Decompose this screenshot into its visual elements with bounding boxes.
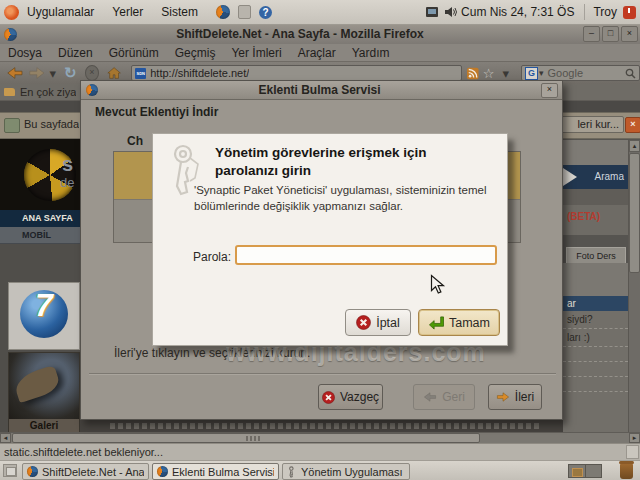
workspace-window-outline — [572, 468, 583, 477]
plugin-dialog-close-icon[interactable]: × — [541, 83, 558, 98]
vazgec-button[interactable]: Vazgeç — [318, 384, 383, 410]
page-right-light-block — [563, 263, 628, 296]
panel-menu-places[interactable]: Yerler — [112, 5, 143, 19]
workspace-1[interactable] — [569, 465, 586, 477]
display-applet-icon[interactable] — [426, 7, 438, 17]
engine-dropdown-icon[interactable]: ▾ — [539, 68, 544, 78]
vertical-scrollbar[interactable]: ▴ — [628, 140, 640, 432]
workspace-2[interactable] — [586, 465, 602, 477]
menu-duzen[interactable]: Düzen — [58, 46, 93, 60]
next-arrow-icon — [496, 392, 510, 402]
power-icon[interactable] — [623, 6, 636, 19]
google-engine-icon[interactable]: G — [525, 67, 538, 80]
vertical-scroll-thumb[interactable] — [629, 153, 640, 273]
iptal-button[interactable]: İptal — [345, 309, 411, 336]
plugin-dialog-titlebar[interactable]: Eklenti Bulma Servisi × — [81, 81, 562, 100]
window-title: ShiftDelete.Net - Ana Sayfa - Mozilla Fi… — [17, 27, 583, 41]
close-button[interactable]: × — [621, 26, 638, 42]
poll-item-empty — [563, 362, 628, 377]
tamam-button[interactable]: Tamam — [418, 309, 500, 336]
url-dropdown-icon[interactable]: ▾ — [503, 66, 510, 81]
volume-icon[interactable] — [444, 6, 457, 18]
history-dropdown-icon[interactable]: ▾ — [50, 66, 57, 81]
maximize-button[interactable]: □ — [602, 26, 619, 42]
menu-yer-imleri[interactable]: Yer İmleri — [231, 46, 281, 60]
gallery-caption: Galeri — [9, 419, 79, 433]
resize-grip[interactable] — [626, 445, 639, 459]
help-icon[interactable]: ? — [259, 6, 272, 19]
back-button[interactable] — [6, 66, 24, 80]
workspace-switcher[interactable] — [568, 464, 602, 478]
mouse-cursor — [430, 274, 446, 296]
poll-list: siydi? ları :) — [563, 311, 628, 432]
ok-enter-icon — [428, 315, 444, 330]
taskbar-item-shiftdelete[interactable]: ShiftDelete.Net - Ana ... — [22, 463, 149, 480]
firefox-launcher-icon[interactable] — [216, 5, 230, 19]
site-favicon: SDN — [135, 68, 146, 79]
firefox-window-icon — [4, 28, 17, 41]
back-arrow-icon — [423, 392, 437, 402]
bookmark-star-icon[interactable]: ☆ — [483, 66, 495, 81]
menu-dosya[interactable]: Dosya — [8, 46, 42, 60]
stop-button[interactable]: × — [85, 65, 99, 81]
desktop: Uygulamalar Yerler Sistem ? Cum Nis 24, … — [0, 0, 640, 480]
clock-applet[interactable]: Cum Nis 24, 7:31 ÖS — [461, 5, 574, 19]
infobar-close-icon[interactable]: × — [625, 117, 640, 133]
beta-label: (BETA) — [567, 211, 600, 222]
lock-screen-icon[interactable] — [238, 5, 251, 19]
panel-menu-system[interactable]: Sistem — [161, 5, 198, 19]
auth-dialog: Yönetim görevlerine erişmek için parolan… — [152, 133, 508, 346]
show-desktop-icon[interactable] — [3, 464, 17, 477]
reload-button[interactable]: ↻ — [64, 64, 77, 82]
search-bar[interactable]: G ▾ Google — [521, 65, 640, 81]
poll-item[interactable]: siydi? — [563, 311, 628, 329]
auth-dialog-title: Yönetim görevlerine erişmek için parolan… — [215, 144, 477, 179]
site-nav-mobile[interactable]: MOBİL — [0, 227, 80, 244]
plugin-name-fragment: Ch — [127, 134, 143, 148]
plugin-dialog-separator — [89, 373, 556, 375]
forward-button[interactable] — [28, 66, 46, 80]
firefox-titlebar[interactable]: ShiftDelete.Net - Ana Sayfa - Mozilla Fi… — [0, 24, 640, 44]
plugin-dialog-heading: Mevcut Eklentiyi İndir — [95, 105, 218, 119]
menu-gecmis[interactable]: Geçmiş — [175, 46, 216, 60]
password-input[interactable] — [235, 245, 497, 265]
windows7-thumbnail[interactable]: 7 — [8, 282, 80, 350]
gnome-taskbar: ShiftDelete.Net - Ana ... Eklenti Bulma … — [0, 460, 640, 480]
taskbar-item-plugin-dialog[interactable]: Eklenti Bulma Servisi — [152, 463, 279, 480]
gallery-thumbnail[interactable]: Galeri — [8, 352, 80, 434]
trash-icon[interactable] — [620, 463, 633, 479]
url-input[interactable]: http://shiftdelete.net/ — [150, 67, 249, 79]
minimize-button[interactable]: – — [583, 26, 600, 42]
menu-araclar[interactable]: Araçlar — [298, 46, 336, 60]
user-menu[interactable]: Troy — [593, 5, 617, 19]
ileri-button[interactable]: İleri — [488, 384, 542, 410]
site-nav-home[interactable]: ANA SAYFA — [0, 210, 80, 227]
bookmark-most-visited[interactable]: En çok ziya — [20, 86, 76, 98]
scroll-up-icon[interactable]: ▴ — [629, 140, 640, 152]
taskbar-item-label: Eklenti Bulma Servisi — [172, 466, 274, 478]
plugin-icon — [4, 118, 20, 133]
ileri-label: İleri — [515, 390, 534, 404]
site-search-button[interactable]: Arama — [595, 171, 624, 182]
scroll-left-icon[interactable]: ◂ — [0, 433, 11, 443]
menu-yardim[interactable]: Yardım — [352, 46, 390, 60]
url-bar[interactable]: SDN http://shiftdelete.net/ — [131, 65, 462, 81]
firefox-statusbar: static.shiftdelete.net bekleniyor... — [0, 443, 640, 461]
firefox-menubar: Dosya Düzen Görünüm Geçmiş Yer İmleri Ar… — [0, 44, 640, 62]
firefox-dialog-icon — [86, 84, 98, 96]
ubuntu-menu-icon[interactable] — [4, 5, 19, 20]
iptal-label: İptal — [376, 316, 400, 330]
taskbar-item-auth-dialog[interactable]: Yönetim Uygulaması B... — [282, 463, 410, 480]
search-band-notch — [563, 168, 577, 186]
horizontal-scroll-thumb[interactable] — [12, 433, 480, 443]
panel-menu-applications[interactable]: Uygulamalar — [27, 5, 94, 19]
panel-separator — [584, 4, 585, 20]
search-input[interactable]: Google — [548, 67, 625, 79]
poll-item[interactable]: ları :) — [563, 329, 628, 347]
menu-gorunum[interactable]: Görünüm — [109, 46, 159, 60]
section-header-fragment: ar — [563, 296, 628, 311]
search-magnifier-icon[interactable] — [625, 68, 636, 79]
rss-icon[interactable] — [467, 67, 479, 80]
scroll-right-icon[interactable]: ▸ — [629, 433, 640, 443]
home-button[interactable] — [107, 66, 121, 80]
